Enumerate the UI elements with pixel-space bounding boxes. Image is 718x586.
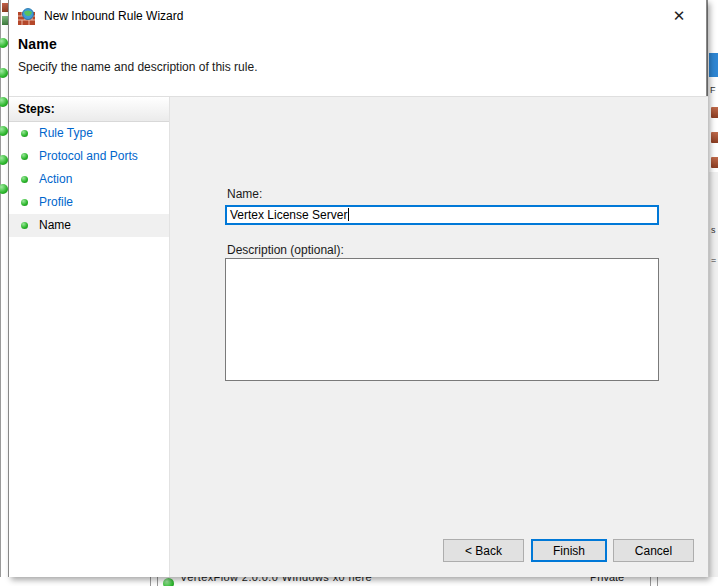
background-filter-icon-fragment bbox=[711, 107, 718, 118]
cancel-button[interactable]: Cancel bbox=[613, 539, 694, 562]
background-panel-fragment: s = bbox=[709, 172, 718, 586]
step-label: Action bbox=[39, 172, 72, 186]
background-text-fragment: = bbox=[711, 255, 716, 265]
step-rule-type[interactable]: Rule Type bbox=[9, 122, 169, 145]
step-protocol-and-ports[interactable]: Protocol and Ports bbox=[9, 145, 169, 168]
background-rule-status-icon bbox=[0, 97, 8, 107]
background-divider bbox=[650, 577, 651, 586]
step-name-current[interactable]: Name bbox=[9, 214, 169, 237]
background-window-right-sliver: F s = bbox=[707, 0, 718, 586]
steps-header: Steps: bbox=[9, 97, 169, 122]
page-subtitle: Specify the name and description of this… bbox=[18, 60, 257, 74]
background-divider bbox=[150, 577, 151, 586]
name-field-label: Name: bbox=[227, 187, 262, 201]
description-field-label: Description (optional): bbox=[227, 243, 344, 257]
background-window-left-sliver bbox=[0, 0, 8, 586]
step-label: Profile bbox=[39, 195, 73, 209]
rule-description-textarea[interactable] bbox=[225, 258, 659, 381]
background-rule-status-icon bbox=[0, 155, 8, 165]
step-bullet-icon bbox=[21, 199, 28, 206]
background-filter-icon-fragment bbox=[711, 132, 718, 143]
wizard-body: Steps: Rule Type Protocol and Ports Acti… bbox=[9, 96, 708, 577]
background-filter-icon-fragment bbox=[711, 157, 718, 168]
step-bullet-icon bbox=[21, 153, 28, 160]
background-rule-status-icon bbox=[0, 126, 8, 136]
step-bullet-icon bbox=[21, 130, 28, 137]
step-label: Name bbox=[39, 218, 71, 232]
wizard-content-panel: Name: Vertex License Server Description … bbox=[170, 97, 708, 577]
background-selected-item-fragment bbox=[709, 53, 718, 77]
firewall-icon bbox=[18, 8, 35, 25]
rule-name-value: Vertex License Server bbox=[230, 208, 347, 222]
step-label: Rule Type bbox=[39, 126, 93, 140]
rule-name-input[interactable]: Vertex License Server bbox=[225, 205, 659, 225]
finish-button[interactable]: Finish bbox=[531, 539, 607, 562]
wizard-page-header: Name Specify the name and description of… bbox=[9, 32, 706, 96]
background-rule-status-icon bbox=[0, 68, 8, 78]
background-divider bbox=[157, 577, 158, 586]
step-action[interactable]: Action bbox=[9, 168, 169, 191]
step-bullet-icon bbox=[21, 176, 28, 183]
step-bullet-icon bbox=[21, 222, 28, 229]
background-rule-status-icon bbox=[163, 578, 174, 586]
background-rule-name-partial: VertexFlow 2.0.0.0 Windows x0 here bbox=[180, 577, 372, 583]
background-text-fragment: s bbox=[711, 225, 716, 235]
back-button[interactable]: < Back bbox=[443, 539, 524, 562]
background-text-fragment: F bbox=[710, 85, 716, 95]
background-window-bottom-strip: VertexFlow 2.0.0.0 Windows x0 here Priva… bbox=[0, 577, 718, 586]
background-divider bbox=[657, 577, 658, 586]
page-title: Name bbox=[18, 36, 57, 52]
step-label: Protocol and Ports bbox=[39, 149, 138, 163]
text-cursor bbox=[348, 208, 349, 221]
step-profile[interactable]: Profile bbox=[9, 191, 169, 214]
title-bar[interactable]: New Inbound Rule Wizard ✕ bbox=[9, 0, 706, 32]
close-icon[interactable]: ✕ bbox=[664, 2, 694, 30]
steps-sidebar: Steps: Rule Type Protocol and Ports Acti… bbox=[9, 97, 170, 577]
window-title: New Inbound Rule Wizard bbox=[44, 9, 183, 23]
background-rule-status-icon bbox=[0, 184, 8, 194]
new-inbound-rule-wizard-dialog: New Inbound Rule Wizard ✕ Name Specify t… bbox=[8, 0, 707, 577]
background-rule-status-icon bbox=[0, 38, 8, 48]
background-rule-profile-partial: Private bbox=[590, 577, 624, 583]
